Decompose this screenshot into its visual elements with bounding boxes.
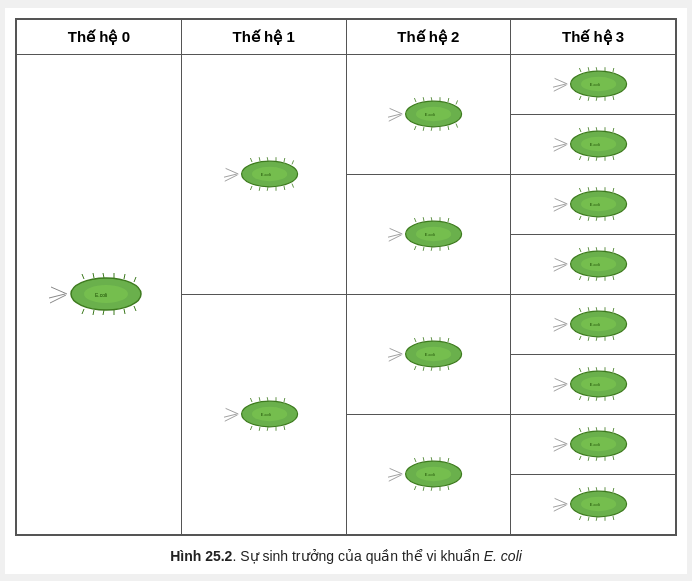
svg-line-125 bbox=[596, 247, 597, 251]
svg-text:E.coli: E.coli bbox=[590, 382, 600, 387]
svg-line-87 bbox=[388, 234, 401, 237]
svg-line-157 bbox=[432, 337, 433, 341]
svg-line-95 bbox=[448, 218, 449, 222]
bacteria-gen1-1: E.coli bbox=[224, 157, 304, 191]
svg-line-132 bbox=[613, 276, 614, 280]
svg-text:E.coli: E.coli bbox=[425, 352, 435, 357]
svg-line-141 bbox=[267, 397, 268, 401]
svg-line-244 bbox=[613, 516, 614, 520]
svg-line-91 bbox=[415, 218, 417, 222]
svg-line-129 bbox=[588, 277, 589, 281]
svg-line-192 bbox=[580, 396, 582, 400]
svg-line-0 bbox=[51, 287, 67, 294]
bacteria-gen3-2: E.coli bbox=[553, 127, 633, 161]
svg-line-42 bbox=[424, 97, 425, 101]
svg-line-37 bbox=[388, 114, 401, 117]
svg-text:E.coli: E.coli bbox=[590, 82, 600, 87]
svg-line-207 bbox=[448, 458, 449, 462]
svg-line-161 bbox=[424, 367, 425, 371]
svg-line-134 bbox=[225, 408, 238, 414]
svg-line-148 bbox=[284, 426, 285, 430]
header-gen2: Thế hệ 2 bbox=[346, 19, 511, 54]
header-gen3: Thế hệ 3 bbox=[511, 19, 676, 54]
svg-text:E.coli: E.coli bbox=[590, 322, 600, 327]
svg-line-144 bbox=[250, 426, 252, 430]
svg-line-5 bbox=[82, 274, 84, 279]
svg-line-166 bbox=[555, 318, 568, 324]
svg-line-237 bbox=[596, 487, 597, 491]
svg-line-59 bbox=[580, 68, 582, 72]
svg-line-30 bbox=[259, 187, 260, 191]
svg-line-204 bbox=[424, 457, 425, 461]
svg-line-130 bbox=[596, 277, 597, 281]
svg-line-139 bbox=[250, 398, 252, 402]
svg-line-77 bbox=[596, 127, 597, 131]
svg-text:E.coli: E.coli bbox=[260, 172, 270, 177]
svg-line-28 bbox=[292, 160, 294, 164]
bacteria-gen3-3: E.coli bbox=[553, 187, 633, 221]
svg-line-196 bbox=[613, 396, 614, 400]
svg-line-113 bbox=[588, 217, 589, 221]
svg-line-171 bbox=[580, 308, 582, 312]
gen3-cell-6: E.coli bbox=[511, 354, 676, 414]
svg-line-11 bbox=[82, 309, 84, 314]
svg-line-92 bbox=[424, 217, 425, 221]
svg-line-23 bbox=[250, 158, 252, 162]
header-gen1: Thế hệ 1 bbox=[181, 19, 346, 54]
svg-text:E.coli: E.coli bbox=[590, 202, 600, 207]
gen1-cell-1: E.coli bbox=[181, 54, 346, 294]
svg-line-63 bbox=[613, 68, 614, 72]
svg-line-71 bbox=[553, 144, 566, 147]
svg-line-162 bbox=[432, 367, 433, 371]
svg-line-143 bbox=[284, 398, 285, 402]
svg-line-193 bbox=[588, 397, 589, 401]
svg-line-146 bbox=[267, 427, 268, 431]
svg-line-75 bbox=[580, 128, 582, 132]
svg-line-100 bbox=[448, 246, 449, 250]
svg-line-33 bbox=[284, 186, 285, 190]
svg-line-55 bbox=[553, 84, 566, 87]
svg-text:E.coli: E.coli bbox=[95, 292, 107, 298]
svg-text:E.coli: E.coli bbox=[590, 142, 600, 147]
svg-line-68 bbox=[613, 96, 614, 100]
svg-line-226 bbox=[596, 457, 597, 461]
svg-line-109 bbox=[596, 187, 597, 191]
svg-text:E.coli: E.coli bbox=[425, 472, 435, 477]
svg-line-10 bbox=[134, 277, 136, 282]
svg-line-41 bbox=[415, 98, 417, 102]
svg-line-15 bbox=[124, 309, 125, 314]
svg-line-16 bbox=[134, 306, 136, 311]
svg-line-178 bbox=[596, 337, 597, 341]
gen2-cell-1: E.coli bbox=[346, 54, 511, 174]
gen3-cell-4: E.coli bbox=[511, 234, 676, 294]
svg-line-212 bbox=[448, 486, 449, 490]
svg-line-6 bbox=[93, 273, 94, 278]
svg-line-223 bbox=[613, 428, 614, 432]
svg-line-203 bbox=[415, 458, 417, 462]
svg-line-230 bbox=[555, 498, 568, 504]
svg-line-187 bbox=[580, 368, 582, 372]
header-gen0: Thế hệ 0 bbox=[17, 19, 182, 54]
svg-line-7 bbox=[103, 273, 104, 278]
gen3-cell-3: E.coli bbox=[511, 174, 676, 234]
bacteria-gen3-1: E.coli bbox=[553, 67, 633, 101]
svg-line-228 bbox=[613, 456, 614, 460]
caption-species: E. coli bbox=[484, 548, 522, 564]
svg-line-160 bbox=[415, 366, 417, 370]
gen0-cell: E.coli bbox=[17, 54, 182, 534]
svg-text:E.coli: E.coli bbox=[425, 232, 435, 237]
svg-line-1 bbox=[49, 294, 65, 298]
bacteria-gen3-5: E.coli bbox=[553, 307, 633, 341]
gen2-cell-4: E.coli bbox=[346, 414, 511, 534]
svg-line-29 bbox=[250, 186, 252, 190]
svg-line-177 bbox=[588, 337, 589, 341]
bacteria-gen3-7: E.coli bbox=[553, 427, 633, 461]
svg-line-183 bbox=[553, 384, 566, 387]
svg-line-98 bbox=[432, 247, 433, 251]
figure-caption: Hình 25.2. Sự sinh trưởng của quần thể v… bbox=[15, 548, 677, 564]
gen2-cell-2: E.coli bbox=[346, 174, 511, 294]
svg-line-118 bbox=[555, 258, 568, 264]
svg-text:E.coli: E.coli bbox=[590, 262, 600, 267]
gen3-cell-2: E.coli bbox=[511, 114, 676, 174]
main-container: Thế hệ 0 Thế hệ 1 Thế hệ 2 Thế hệ 3 bbox=[5, 8, 687, 574]
